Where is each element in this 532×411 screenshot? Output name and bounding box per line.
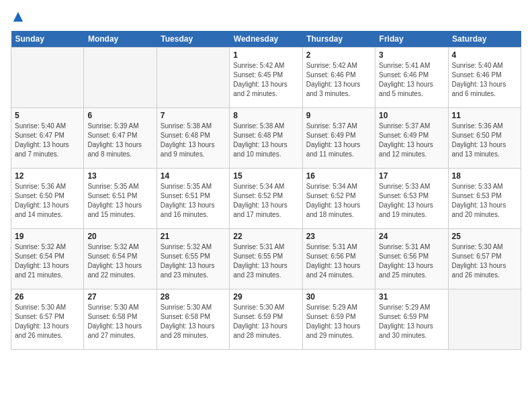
- calendar-cell: 16Sunrise: 5:34 AM Sunset: 6:52 PM Dayli…: [302, 169, 375, 229]
- calendar-cell: 23Sunrise: 5:31 AM Sunset: 6:56 PM Dayli…: [302, 229, 375, 289]
- calendar-cell: 21Sunrise: 5:32 AM Sunset: 6:55 PM Dayli…: [157, 229, 229, 289]
- day-detail: Sunrise: 5:36 AM Sunset: 6:50 PM Dayligh…: [452, 122, 517, 159]
- day-detail: Sunrise: 5:30 AM Sunset: 6:58 PM Dayligh…: [87, 303, 152, 340]
- calendar-cell: 29Sunrise: 5:30 AM Sunset: 6:59 PM Dayli…: [230, 289, 302, 350]
- day-detail: Sunrise: 5:31 AM Sunset: 6:56 PM Dayligh…: [379, 242, 444, 280]
- calendar-week-2: 5Sunrise: 5:40 AM Sunset: 6:47 PM Daylig…: [11, 108, 521, 169]
- day-detail: Sunrise: 5:40 AM Sunset: 6:47 PM Dayligh…: [15, 122, 80, 159]
- calendar-cell: 11Sunrise: 5:36 AM Sunset: 6:50 PM Dayli…: [448, 108, 521, 169]
- calendar-cell: 12Sunrise: 5:36 AM Sunset: 6:50 PM Dayli…: [11, 169, 84, 229]
- day-number: 18: [452, 171, 517, 181]
- calendar-cell: 22Sunrise: 5:31 AM Sunset: 6:55 PM Dayli…: [230, 229, 302, 289]
- calendar-cell: 30Sunrise: 5:29 AM Sunset: 6:59 PM Dayli…: [302, 289, 375, 350]
- logo: [11, 11, 26, 23]
- day-detail: Sunrise: 5:30 AM Sunset: 6:58 PM Dayligh…: [161, 303, 226, 340]
- day-number: 31: [379, 292, 444, 302]
- calendar-cell: 3Sunrise: 5:41 AM Sunset: 6:46 PM Daylig…: [375, 48, 448, 108]
- day-detail: Sunrise: 5:33 AM Sunset: 6:53 PM Dayligh…: [379, 182, 444, 220]
- calendar-cell: 10Sunrise: 5:37 AM Sunset: 6:49 PM Dayli…: [375, 108, 448, 169]
- day-number: 25: [452, 232, 517, 241]
- day-number: 13: [87, 171, 152, 181]
- calendar-cell: 25Sunrise: 5:30 AM Sunset: 6:57 PM Dayli…: [448, 229, 521, 289]
- day-number: 5: [15, 111, 80, 120]
- calendar-cell: 17Sunrise: 5:33 AM Sunset: 6:53 PM Dayli…: [375, 169, 448, 229]
- day-detail: Sunrise: 5:42 AM Sunset: 6:46 PM Dayligh…: [306, 61, 371, 99]
- calendar-week-5: 26Sunrise: 5:30 AM Sunset: 6:57 PM Dayli…: [11, 289, 521, 350]
- calendar-week-3: 12Sunrise: 5:36 AM Sunset: 6:50 PM Dayli…: [11, 169, 521, 229]
- calendar-cell: 5Sunrise: 5:40 AM Sunset: 6:47 PM Daylig…: [11, 108, 84, 169]
- dow-header-monday: Monday: [84, 31, 157, 48]
- day-detail: Sunrise: 5:31 AM Sunset: 6:55 PM Dayligh…: [233, 242, 298, 280]
- day-detail: Sunrise: 5:37 AM Sunset: 6:49 PM Dayligh…: [306, 122, 371, 159]
- day-number: 17: [379, 171, 444, 181]
- day-detail: Sunrise: 5:30 AM Sunset: 6:59 PM Dayligh…: [233, 303, 298, 340]
- calendar-cell: 13Sunrise: 5:35 AM Sunset: 6:51 PM Dayli…: [84, 169, 157, 229]
- calendar-cell: 28Sunrise: 5:30 AM Sunset: 6:58 PM Dayli…: [157, 289, 229, 350]
- calendar-cell: [157, 48, 229, 108]
- day-number: 30: [306, 292, 371, 302]
- day-number: 29: [233, 292, 298, 302]
- calendar-cell: 7Sunrise: 5:38 AM Sunset: 6:48 PM Daylig…: [157, 108, 229, 169]
- calendar-body: 1Sunrise: 5:42 AM Sunset: 6:45 PM Daylig…: [11, 48, 521, 350]
- day-number: 1: [233, 50, 298, 60]
- day-number: 6: [87, 111, 152, 120]
- dow-header-tuesday: Tuesday: [157, 31, 229, 48]
- calendar-cell: 15Sunrise: 5:34 AM Sunset: 6:52 PM Dayli…: [230, 169, 302, 229]
- day-number: 14: [161, 171, 226, 181]
- calendar-week-4: 19Sunrise: 5:32 AM Sunset: 6:54 PM Dayli…: [11, 229, 521, 289]
- day-detail: Sunrise: 5:38 AM Sunset: 6:48 PM Dayligh…: [161, 122, 226, 159]
- day-detail: Sunrise: 5:32 AM Sunset: 6:55 PM Dayligh…: [161, 242, 226, 280]
- day-number: 22: [233, 232, 298, 241]
- dow-header-thursday: Thursday: [302, 31, 375, 48]
- day-detail: Sunrise: 5:36 AM Sunset: 6:50 PM Dayligh…: [15, 182, 80, 220]
- day-number: 24: [379, 232, 444, 241]
- page-header: [11, 11, 521, 23]
- day-detail: Sunrise: 5:34 AM Sunset: 6:52 PM Dayligh…: [306, 182, 371, 220]
- dow-header-friday: Friday: [375, 31, 448, 48]
- calendar-cell: [448, 289, 521, 350]
- calendar-cell: [11, 48, 84, 108]
- day-number: 21: [161, 232, 226, 241]
- calendar-cell: 27Sunrise: 5:30 AM Sunset: 6:58 PM Dayli…: [84, 289, 157, 350]
- day-detail: Sunrise: 5:32 AM Sunset: 6:54 PM Dayligh…: [15, 242, 80, 280]
- day-number: 12: [15, 171, 80, 181]
- day-number: 27: [87, 292, 152, 302]
- calendar-cell: 1Sunrise: 5:42 AM Sunset: 6:45 PM Daylig…: [230, 48, 302, 108]
- calendar-cell: 18Sunrise: 5:33 AM Sunset: 6:53 PM Dayli…: [448, 169, 521, 229]
- calendar-cell: 8Sunrise: 5:38 AM Sunset: 6:48 PM Daylig…: [230, 108, 302, 169]
- day-detail: Sunrise: 5:42 AM Sunset: 6:45 PM Dayligh…: [233, 61, 298, 99]
- calendar-cell: 14Sunrise: 5:35 AM Sunset: 6:51 PM Dayli…: [157, 169, 229, 229]
- day-detail: Sunrise: 5:29 AM Sunset: 6:59 PM Dayligh…: [306, 303, 371, 340]
- day-number: 4: [452, 50, 517, 60]
- day-number: 2: [306, 50, 371, 60]
- calendar-cell: [84, 48, 157, 108]
- day-number: 9: [306, 111, 371, 120]
- day-detail: Sunrise: 5:38 AM Sunset: 6:48 PM Dayligh…: [233, 122, 298, 159]
- day-detail: Sunrise: 5:40 AM Sunset: 6:46 PM Dayligh…: [452, 61, 517, 99]
- day-detail: Sunrise: 5:33 AM Sunset: 6:53 PM Dayligh…: [452, 182, 517, 220]
- calendar-cell: 26Sunrise: 5:30 AM Sunset: 6:57 PM Dayli…: [11, 289, 84, 350]
- calendar-cell: 20Sunrise: 5:32 AM Sunset: 6:54 PM Dayli…: [84, 229, 157, 289]
- calendar-cell: 4Sunrise: 5:40 AM Sunset: 6:46 PM Daylig…: [448, 48, 521, 108]
- day-detail: Sunrise: 5:35 AM Sunset: 6:51 PM Dayligh…: [87, 182, 152, 220]
- day-of-week-header-row: SundayMondayTuesdayWednesdayThursdayFrid…: [11, 31, 521, 48]
- day-number: 7: [161, 111, 226, 120]
- day-number: 3: [379, 50, 444, 60]
- calendar-table: SundayMondayTuesdayWednesdayThursdayFrid…: [11, 31, 521, 350]
- day-detail: Sunrise: 5:30 AM Sunset: 6:57 PM Dayligh…: [452, 242, 517, 280]
- day-detail: Sunrise: 5:41 AM Sunset: 6:46 PM Dayligh…: [379, 61, 444, 99]
- calendar-cell: 6Sunrise: 5:39 AM Sunset: 6:47 PM Daylig…: [84, 108, 157, 169]
- dow-header-wednesday: Wednesday: [230, 31, 302, 48]
- logo-icon: [12, 11, 24, 23]
- day-number: 19: [15, 232, 80, 241]
- day-number: 15: [233, 171, 298, 181]
- day-number: 20: [87, 232, 152, 241]
- calendar-cell: 31Sunrise: 5:29 AM Sunset: 6:59 PM Dayli…: [375, 289, 448, 350]
- day-detail: Sunrise: 5:34 AM Sunset: 6:52 PM Dayligh…: [233, 182, 298, 220]
- day-number: 26: [15, 292, 80, 302]
- dow-header-saturday: Saturday: [448, 31, 521, 48]
- day-number: 16: [306, 171, 371, 181]
- calendar-cell: 2Sunrise: 5:42 AM Sunset: 6:46 PM Daylig…: [302, 48, 375, 108]
- calendar-cell: 9Sunrise: 5:37 AM Sunset: 6:49 PM Daylig…: [302, 108, 375, 169]
- day-number: 8: [233, 111, 298, 120]
